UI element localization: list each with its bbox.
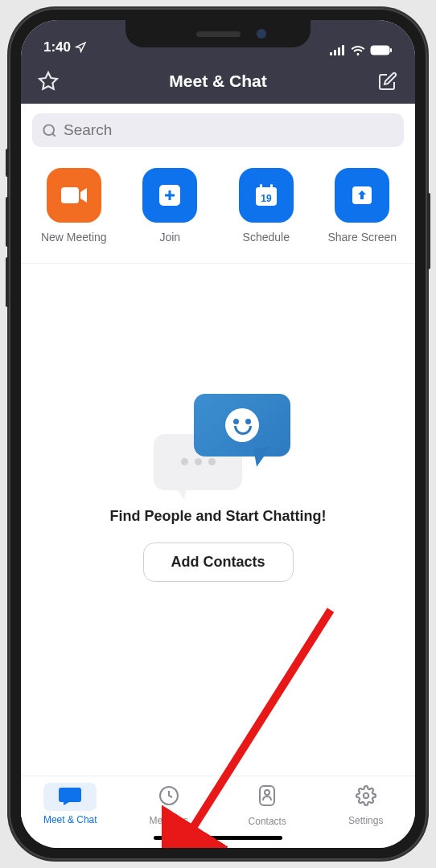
svg-rect-16 [270,184,273,190]
page-title: Meet & Chat [169,72,266,91]
compose-button[interactable] [376,70,399,92]
screen: 1:40 Meet & Chat [21,20,415,848]
phone-frame: 1:40 Meet & Chat [9,8,427,860]
svg-rect-9 [61,187,79,203]
action-label: Share Screen [327,231,397,244]
svg-line-8 [52,133,55,136]
star-button[interactable] [37,70,60,92]
wifi-icon [351,45,365,55]
svg-rect-0 [330,52,332,55]
svg-rect-14 [256,187,277,193]
tab-label: Meetings [149,815,188,826]
tab-label: Meet & Chat [43,814,97,825]
add-contacts-button[interactable]: Add Contacts [143,542,294,582]
action-label: Schedule [243,231,290,244]
svg-point-7 [43,125,54,135]
tab-meet-chat[interactable]: Meet & Chat [21,776,120,832]
search-bar[interactable] [32,113,404,147]
calendar-icon: 19 [253,182,280,209]
svg-rect-15 [260,184,262,190]
schedule-button[interactable]: 19 Schedule [218,168,315,244]
action-label: New Meeting [41,231,107,244]
status-time: 1:40 [43,39,71,55]
person-icon [257,784,277,807]
svg-marker-6 [39,72,57,89]
join-button[interactable]: Join [122,168,219,244]
star-icon [38,71,59,92]
empty-title: Find People and Start Chatting! [110,508,327,525]
content-area: New Meeting Join 19 Schedule [21,104,415,776]
empty-state: Find People and Start Chatting! Add Cont… [21,264,415,776]
chat-icon [58,786,82,805]
tab-label: Settings [348,815,383,826]
location-icon [75,42,86,53]
battery-icon [370,45,393,55]
svg-point-24 [364,793,369,799]
compose-icon [378,72,397,91]
video-icon [60,186,88,205]
svg-rect-4 [371,46,389,55]
svg-point-23 [265,790,269,795]
chat-illustration [146,394,290,490]
gear-icon [356,785,376,806]
action-grid: New Meeting Join 19 Schedule [21,157,415,264]
cellular-icon [330,45,346,55]
new-meeting-button[interactable]: New Meeting [26,168,122,244]
notch [125,20,311,47]
svg-rect-1 [334,50,336,55]
clock-icon [158,785,179,806]
tab-settings[interactable]: Settings [317,776,416,832]
svg-text:19: 19 [261,193,272,204]
action-label: Join [159,231,180,244]
svg-rect-3 [342,45,344,55]
home-indicator[interactable] [154,836,282,840]
header: Meet & Chat [21,59,415,104]
tab-contacts[interactable]: Contacts [218,776,317,832]
tab-label: Contacts [249,816,286,827]
share-screen-button[interactable]: Share Screen [315,168,411,244]
plus-icon [157,182,183,208]
search-input[interactable] [64,121,394,139]
tab-meetings[interactable]: Meetings [120,776,219,832]
svg-rect-5 [390,48,392,52]
svg-rect-2 [338,47,340,55]
upload-icon [349,182,375,208]
search-icon [42,123,57,138]
